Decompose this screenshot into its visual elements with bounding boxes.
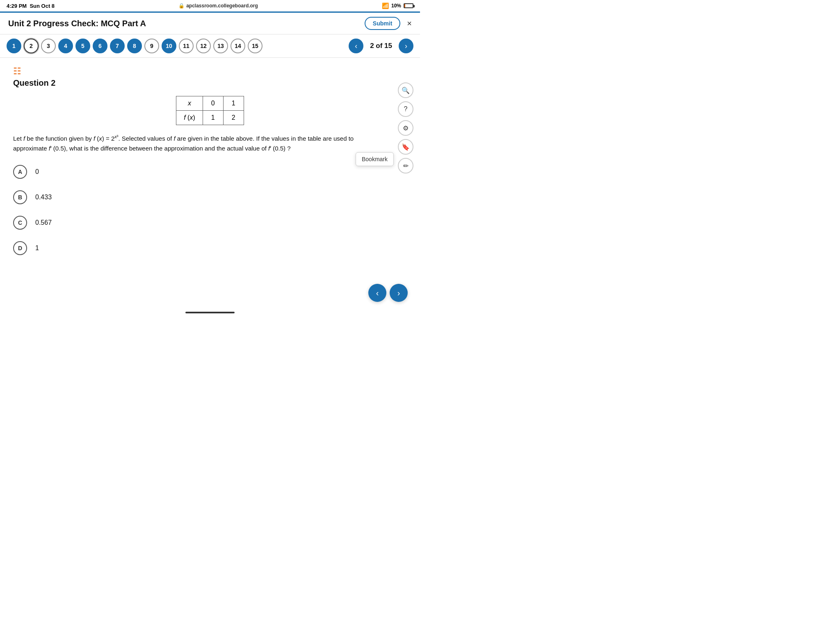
- calculator-icon[interactable]: ☷: [13, 66, 407, 77]
- question-nav-11[interactable]: 11: [179, 39, 194, 53]
- main-content: ☷ Question 2 x 0 1 f (x) 1 2 Let f be th…: [0, 58, 420, 314]
- question-nav-5[interactable]: 5: [75, 39, 90, 53]
- status-url: 🔒 apclassroom.collegeboard.org: [178, 3, 258, 9]
- question-text: Let f be the function given by f (x) = 2…: [13, 133, 382, 153]
- lock-icon: 🔒: [178, 3, 185, 9]
- question-nav-1[interactable]: 1: [7, 39, 21, 53]
- status-indicators: 📶 10%: [382, 2, 413, 9]
- question-nav-10[interactable]: 10: [162, 39, 176, 53]
- table-fx-1: 2: [223, 111, 244, 125]
- question-table: x 0 1 f (x) 1 2: [176, 96, 244, 125]
- zoom-icon: 🔍: [402, 87, 410, 94]
- nav-next-button[interactable]: ›: [399, 39, 413, 53]
- choice-d-text: 1: [35, 244, 39, 252]
- choice-c-circle: C: [13, 216, 27, 230]
- header-actions: Submit ×: [365, 17, 412, 30]
- settings-button[interactable]: ⚙: [398, 120, 413, 136]
- help-icon: ?: [404, 105, 408, 113]
- question-nav-2[interactable]: 2: [24, 39, 39, 53]
- table-fx-0: 1: [203, 111, 223, 125]
- bottom-prev-button[interactable]: ‹: [368, 284, 386, 302]
- choice-c-text: 0.567: [35, 219, 52, 226]
- table-header-x: x: [176, 96, 203, 111]
- zoom-button[interactable]: 🔍: [398, 82, 413, 98]
- bottom-next-button[interactable]: ›: [390, 284, 408, 302]
- question-nav-6[interactable]: 6: [93, 39, 107, 53]
- choice-a-text: 0: [35, 168, 39, 176]
- pencil-button[interactable]: ✏: [398, 158, 413, 173]
- bookmark-icon: 🔖: [402, 143, 410, 151]
- nav-counter: 2 of 15: [370, 42, 392, 50]
- help-button[interactable]: ?: [398, 101, 413, 117]
- nav-prev-button[interactable]: ‹: [349, 39, 363, 53]
- choice-b-text: 0.433: [35, 194, 52, 201]
- choice-b-circle: B: [13, 190, 27, 204]
- page-title: Unit 2 Progress Check: MCQ Part A: [8, 19, 146, 28]
- close-button[interactable]: ×: [407, 19, 412, 28]
- status-time-date: 4:29 PM Sun Oct 8: [7, 3, 55, 9]
- pencil-icon: ✏: [403, 162, 409, 170]
- choice-a-circle: A: [13, 165, 27, 179]
- choice-d[interactable]: D 1: [13, 241, 407, 255]
- question-nav-4[interactable]: 4: [58, 39, 73, 53]
- choice-a[interactable]: A 0: [13, 165, 407, 179]
- gear-icon: ⚙: [403, 124, 409, 132]
- question-nav-13[interactable]: 13: [213, 39, 228, 53]
- question-nav-12[interactable]: 12: [196, 39, 211, 53]
- choice-c[interactable]: C 0.567: [13, 216, 407, 230]
- bottom-nav: ‹ ›: [368, 284, 408, 302]
- question-nav-9[interactable]: 9: [144, 39, 159, 53]
- battery-indicator: 10%: [391, 3, 401, 9]
- bookmark-tooltip: Bookmark: [356, 152, 394, 166]
- question-nav-14[interactable]: 14: [231, 39, 245, 53]
- choice-d-circle: D: [13, 241, 27, 255]
- question-nav: 1 2 3 4 5 6 7 8 9 10 11 12 13 14 15 ‹ 2 …: [0, 34, 420, 58]
- question-nav-15[interactable]: 15: [248, 39, 262, 53]
- header: Unit 2 Progress Check: MCQ Part A Submit…: [0, 13, 420, 34]
- bookmark-button[interactable]: 🔖: [398, 139, 413, 155]
- right-sidebar: 🔍 ? ⚙ 🔖 ✏: [398, 82, 413, 173]
- status-bar: 4:29 PM Sun Oct 8 🔒 apclassroom.collegeb…: [0, 0, 420, 11]
- question-nav-7[interactable]: 7: [110, 39, 125, 53]
- question-label: Question 2: [13, 78, 407, 88]
- battery-icon: [404, 3, 413, 8]
- submit-button[interactable]: Submit: [365, 17, 400, 30]
- question-nav-8[interactable]: 8: [127, 39, 142, 53]
- question-nav-3[interactable]: 3: [41, 39, 56, 53]
- wifi-icon: 📶: [382, 2, 389, 9]
- choice-b[interactable]: B 0.433: [13, 190, 407, 204]
- home-indicator: [185, 312, 235, 313]
- table-fx-label: f (x): [176, 111, 203, 125]
- table-header-0: 0: [203, 96, 223, 111]
- table-header-1: 1: [223, 96, 244, 111]
